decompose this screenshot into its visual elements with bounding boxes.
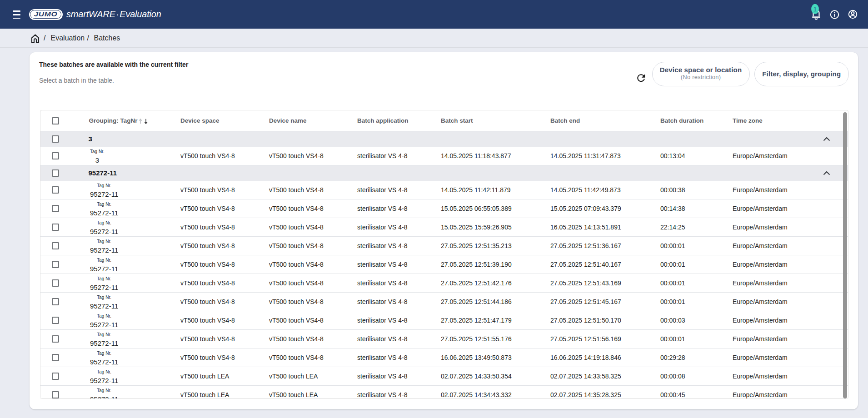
svg-text:1: 1 <box>813 6 817 13</box>
